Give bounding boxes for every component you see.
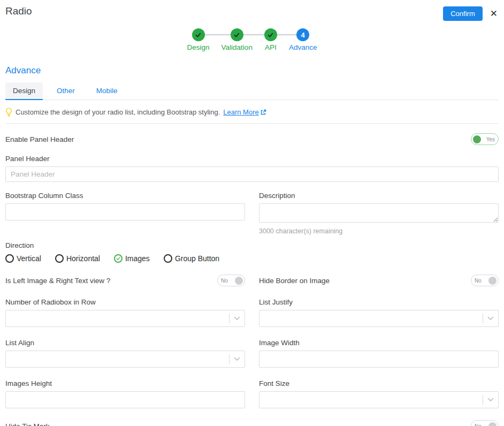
panel-header-label: Panel Header	[5, 155, 499, 163]
enable-panel-header-label: Enable Panel Header	[5, 135, 74, 143]
radio-option-label: Group Button	[175, 254, 219, 263]
field-direction: Direction Vertical Horizontal Images	[5, 241, 499, 263]
toggle-state-label: Yes	[485, 136, 497, 142]
radio-circle-icon	[55, 254, 64, 263]
chevron-down-icon	[487, 398, 494, 402]
field-font-size: Font Size	[259, 379, 499, 408]
font-size-select[interactable]	[259, 391, 499, 408]
dialog-header: Radio Confirm ✕	[5, 0, 499, 21]
bootstrap-column-class-label: Bootstrap Column Class	[5, 192, 245, 200]
hint-row: Customize the design of your radio list,…	[5, 108, 499, 117]
list-justify-select[interactable]	[259, 310, 499, 327]
close-icon[interactable]: ✕	[489, 8, 499, 19]
chevron-down-icon	[234, 316, 240, 321]
section-title: Advance	[5, 65, 499, 76]
check-icon	[231, 28, 243, 41]
field-left-image-right-text: Is Left Image & Right Text view ? No	[5, 275, 245, 286]
field-panel-header: Panel Header	[5, 155, 499, 182]
confirm-button[interactable]: Confirm	[443, 6, 483, 21]
images-height-input[interactable]	[5, 391, 245, 408]
chevron-down-icon	[487, 316, 494, 321]
toggle-state-label: No	[473, 423, 483, 426]
images-height-label: Images Height	[5, 379, 245, 387]
panel-header-input[interactable]	[5, 166, 499, 182]
radio-option-label: Vertical	[17, 254, 41, 263]
number-of-radiobox-label: Number of Radiobox in Row	[5, 298, 245, 306]
chevron-down-icon	[234, 357, 240, 361]
list-justify-label: List Justify	[259, 298, 499, 306]
char-remaining-text: 3000 character(s) remaining	[259, 227, 499, 235]
step-validation[interactable]: Validation	[222, 28, 253, 51]
hide-tic-mark-toggle[interactable]: No	[471, 420, 499, 426]
learn-more-link[interactable]: Learn More	[223, 108, 266, 116]
left-image-right-text-label: Is Left Image & Right Text view ?	[5, 277, 110, 285]
description-label: Description	[259, 192, 499, 200]
step-design[interactable]: Design	[187, 28, 210, 51]
select-separator	[229, 314, 230, 323]
hint-text: Customize the design of your radio list,…	[16, 108, 220, 116]
check-icon	[264, 28, 277, 41]
image-width-label: Image Width	[259, 339, 499, 347]
field-list-justify: List Justify	[259, 298, 499, 327]
step-api[interactable]: API	[264, 28, 277, 51]
toggle-knob	[235, 277, 243, 285]
radio-option-label: Images	[125, 254, 150, 263]
wizard-stepper: Design Validation API 4 Advance	[187, 28, 317, 51]
hide-tic-mark-label: Hide Tic Mark	[5, 422, 50, 426]
direction-options: Vertical Horizontal Images Group Button	[5, 254, 499, 263]
lightbulb-icon	[5, 108, 12, 117]
field-hide-border-on-image: Hide Border on Image No	[259, 275, 499, 286]
step-advance[interactable]: 4 Advance	[289, 28, 317, 51]
field-bootstrap-column-class: Bootstrap Column Class	[5, 192, 245, 235]
radio-option-label: Horizontal	[66, 254, 100, 263]
toggle-knob	[473, 135, 481, 143]
hide-border-on-image-label: Hide Border on Image	[259, 277, 330, 285]
font-size-label: Font Size	[259, 379, 499, 387]
field-description: Description 3000 character(s) remaining	[259, 192, 499, 235]
step-number-badge: 4	[296, 28, 309, 41]
toggle-state-label: No	[473, 278, 483, 284]
field-enable-panel-header: Enable Panel Header Yes	[5, 133, 499, 145]
list-align-label: List Align	[5, 339, 245, 347]
description-textarea[interactable]	[259, 203, 499, 223]
radio-checked-icon	[114, 254, 123, 263]
radio-circle-icon	[5, 254, 14, 263]
radio-circle-icon	[164, 254, 172, 263]
toggle-state-label: No	[219, 278, 230, 284]
list-align-select[interactable]	[5, 351, 245, 368]
enable-panel-header-toggle[interactable]: Yes	[471, 133, 499, 145]
divider	[5, 123, 499, 124]
field-images-height: Images Height	[5, 379, 245, 408]
tab-mobile[interactable]: Mobile	[89, 82, 125, 100]
field-number-of-radiobox: Number of Radiobox in Row	[5, 298, 245, 327]
tab-design[interactable]: Design	[5, 82, 43, 100]
field-hide-tic-mark: Hide Tic Mark No	[5, 420, 499, 426]
select-separator	[229, 354, 230, 364]
radio-option-vertical[interactable]: Vertical	[5, 254, 41, 263]
learn-more-label: Learn More	[223, 108, 258, 116]
field-list-align: List Align	[5, 339, 245, 368]
step-label: API	[265, 43, 277, 51]
toggle-knob	[488, 277, 497, 285]
radio-option-horizontal[interactable]: Horizontal	[55, 254, 100, 263]
left-image-right-text-toggle[interactable]: No	[217, 275, 245, 286]
radio-option-group-button[interactable]: Group Button	[164, 254, 219, 263]
bootstrap-column-class-input[interactable]	[5, 203, 245, 220]
field-image-width: Image Width	[259, 339, 499, 368]
radio-option-images[interactable]: Images	[114, 254, 150, 263]
select-separator	[483, 314, 483, 323]
direction-label: Direction	[5, 241, 499, 249]
tab-other[interactable]: Other	[49, 82, 82, 100]
step-label: Design	[187, 43, 210, 51]
step-label: Validation	[222, 43, 253, 51]
tab-bar: Design Other Mobile	[5, 82, 499, 100]
page-title: Radio	[5, 5, 32, 17]
select-separator	[483, 395, 483, 405]
number-of-radiobox-select[interactable]	[5, 310, 245, 327]
hide-border-on-image-toggle[interactable]: No	[471, 275, 499, 286]
external-link-icon	[260, 109, 266, 116]
toggle-knob	[488, 422, 497, 426]
check-icon	[192, 28, 205, 41]
image-width-input[interactable]	[259, 351, 499, 368]
step-label: Advance	[289, 43, 317, 51]
